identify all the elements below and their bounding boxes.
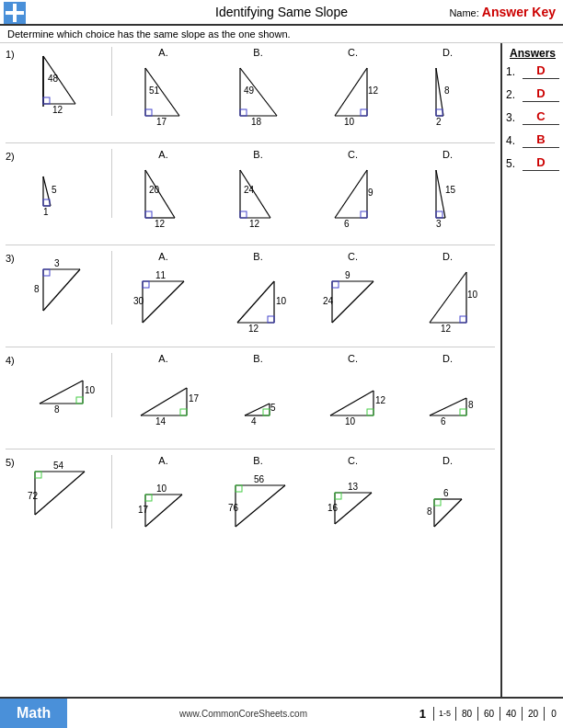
choice-triangle: 10 12 [228,263,288,336]
svg-rect-66 [43,269,50,276]
choice-triangle: 10 17 [138,467,189,540]
svg-text:3: 3 [54,258,60,268]
answer-item-2: 2. D [506,86,559,102]
choice-label: B. [253,149,262,160]
choices-area: A. 10 17 B. [116,455,495,540]
question-col: 3 8 [20,251,112,324]
svg-rect-90 [460,316,466,323]
problem-num: 3) [6,253,20,264]
question-col: 5 1 [20,149,112,218]
choices-area: A. 20 12 B. [116,149,495,230]
choice-triangle: 15 3 [427,161,468,230]
svg-line-125 [35,472,85,515]
svg-text:15: 15 [445,185,456,195]
svg-rect-12 [145,109,152,116]
answer-key-label: Answer Key [482,5,556,19]
svg-text:5: 5 [52,185,57,195]
score-val-40: 40 [500,709,522,719]
footer-url: www.CommonCoreSheets.com [67,709,419,719]
svg-rect-132 [145,495,152,501]
svg-text:10: 10 [344,117,355,127]
svg-text:12: 12 [155,219,166,229]
svg-text:8: 8 [54,404,60,415]
problem-row: 3) 3 8 A. [6,251,495,347]
svg-text:12: 12 [441,324,452,334]
instruction: Determine which choice has the same slop… [0,26,563,43]
question-triangle: 54 72 [28,455,101,529]
choice-label: C. [348,353,358,364]
svg-text:8: 8 [468,400,474,410]
svg-rect-78 [268,316,274,323]
svg-line-119 [430,398,466,415]
choice-c: C. 9 24 [316,251,390,336]
choice-triangle: 17 14 [133,365,193,429]
answer-value-5: D [523,155,559,171]
svg-text:10: 10 [85,385,96,395]
choices-area: A. 17 14 B. [116,353,495,429]
question-col: 10 8 [20,353,112,417]
answer-item-1: 1. D [506,63,559,79]
svg-text:14: 14 [155,416,167,427]
svg-text:1: 1 [43,207,49,217]
question-col: 54 72 [20,455,112,529]
svg-rect-6 [43,97,50,104]
footer-scores: 1-5 80 60 40 20 0 [433,707,563,721]
svg-text:8: 8 [34,284,40,294]
svg-text:6: 6 [441,416,446,427]
choice-label-c: C. [348,47,358,58]
choice-triangle: 9 6 [326,161,381,230]
svg-line-29 [436,68,443,116]
choice-label-b: B. [253,47,262,58]
problem-row: 4) 10 8 A. [6,353,495,449]
svg-rect-120 [460,409,466,415]
svg-text:12: 12 [368,85,379,96]
choice-triangle-a: 51 17 [136,59,191,128]
choice-c: C. 9 6 [316,149,390,230]
answer-item-5: 5. D [506,155,559,171]
choice-triangle: 6 8 [427,467,468,540]
svg-text:9: 9 [368,188,373,198]
svg-text:5: 5 [270,403,276,413]
svg-line-137 [236,485,285,527]
choice-label: C. [348,455,358,466]
svg-text:10: 10 [345,416,356,427]
score-val-80: 80 [456,709,477,719]
svg-rect-54 [361,211,367,218]
svg-line-59 [436,170,445,218]
choice-d: D. 10 12 [411,251,485,336]
svg-text:8: 8 [427,506,432,517]
choice-triangle: 5 4 [237,365,279,429]
problem-num: 4) [6,355,20,366]
choice-b: B. 24 12 [222,149,295,230]
svg-text:12: 12 [52,105,63,115]
problem-num: 1) [6,49,20,60]
svg-text:72: 72 [28,491,39,501]
choice-triangle: 9 24 [323,263,383,336]
svg-text:24: 24 [323,296,334,306]
problem-num: 2) [6,151,20,162]
answer-item-3: 3. C [506,109,559,125]
svg-text:12: 12 [375,395,386,405]
svg-text:17: 17 [156,117,167,127]
svg-text:54: 54 [53,461,64,471]
problem-row: 2) 5 1 A. [6,149,495,245]
choice-label: C. [348,149,358,160]
answer-num: 3. [506,111,523,124]
answer-num: 1. [506,65,523,78]
choice-label: B. [253,455,262,466]
name-area: Name: Answer Key [449,5,556,19]
svg-text:17: 17 [138,505,149,515]
svg-rect-84 [332,281,339,288]
choice-label: D. [442,149,453,160]
choice-b: B. 10 12 [222,251,295,336]
choice-label: B. [253,353,262,364]
choice-label: D. [442,251,453,262]
svg-text:18: 18 [251,117,262,127]
score-val-20: 20 [523,709,544,719]
svg-line-131 [145,495,182,527]
svg-line-143 [335,493,372,524]
logo [4,2,26,24]
score-20: 20 [523,707,545,721]
svg-text:20: 20 [149,185,160,195]
svg-text:16: 16 [327,503,339,513]
